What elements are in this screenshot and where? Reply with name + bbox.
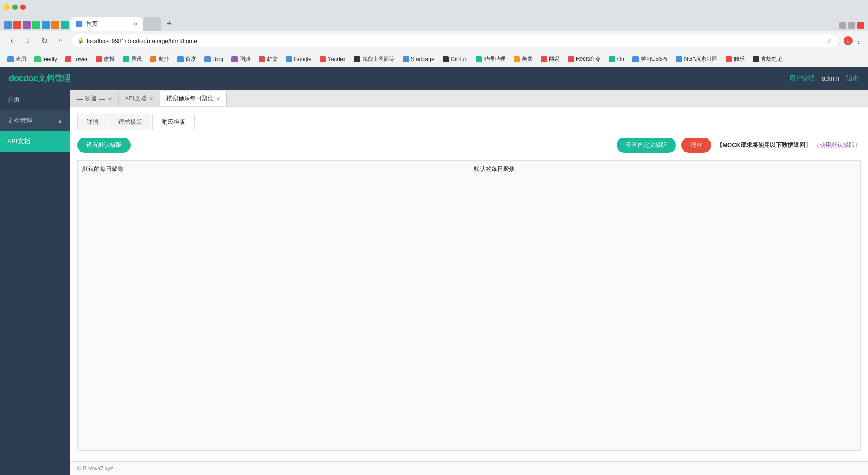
app-footer: © f1ndwh7.xyz: [70, 461, 868, 475]
content-area: == 欢迎 == ✕ API文档 ✕ 模拟触乐每日聚焦 ✕: [70, 90, 868, 475]
window-icon[interactable]: [848, 22, 855, 29]
bookmark-google[interactable]: Google: [282, 55, 315, 64]
bookmark-nga[interactable]: NGA玩家社区: [672, 54, 721, 64]
bookmark-chule[interactable]: 触乐: [722, 54, 748, 64]
sidebar-item-api-doc[interactable]: API文档: [0, 131, 70, 152]
bing-icon: [204, 56, 211, 62]
maximize-btn[interactable]: [12, 4, 18, 10]
apps-icon: [7, 56, 14, 62]
minimize-btn[interactable]: [4, 4, 10, 10]
netease-icon: [541, 56, 547, 62]
sub-tab-response[interactable]: 响应模版: [152, 114, 195, 130]
bookmark-weibo[interactable]: 微博: [92, 54, 118, 64]
mock-info: 【MOCK请求将使用以下数据返回】 （使用默认模版）: [717, 141, 861, 149]
bookmark-yandex[interactable]: Yandex: [316, 55, 349, 64]
sub-tab-detail[interactable]: 详情: [77, 114, 108, 130]
baidu-icon: [177, 56, 184, 62]
bookmark-netease[interactable]: 网易: [537, 54, 563, 64]
browser-ext-icon[interactable]: [61, 21, 69, 29]
set-default-button[interactable]: 设置默认模版: [77, 138, 131, 153]
page-tab-welcome[interactable]: == 欢迎 == ✕: [70, 91, 119, 106]
browser-ext-icon[interactable]: [32, 21, 40, 29]
page-tab-close-welcome[interactable]: ✕: [108, 96, 112, 102]
action-bar: 设置默认模版 设置自定义模版 清空 【MOCK请求将使用以下数据返回】 （使用默…: [77, 138, 861, 153]
sub-tabs: 详情 请求模版 响应模版: [77, 114, 861, 130]
notes-icon: [753, 56, 759, 62]
new-tab-button[interactable]: +: [163, 17, 175, 30]
sidebar-item-home[interactable]: 首页: [0, 90, 70, 110]
right-panel-label: 默认的每日聚焦: [474, 165, 856, 173]
browser-ext-icon[interactable]: [42, 21, 50, 29]
bookmark-feedly[interactable]: feedly: [31, 55, 61, 64]
footer-copyright: © f1ndwh7.xyz: [77, 466, 113, 472]
bookmark-baidu[interactable]: 百度: [174, 54, 200, 64]
nav-user-management[interactable]: 用户管理: [789, 74, 815, 82]
active-browser-tab[interactable]: 首页 ✕: [71, 17, 143, 31]
on-icon: [609, 56, 615, 62]
tencent-icon: [123, 56, 129, 62]
nav-home-button[interactable]: ⌂: [54, 34, 67, 47]
user-avatar[interactable]: U: [844, 36, 853, 45]
app-title: docdoc文档管理: [9, 73, 71, 84]
bookmark-bing[interactable]: Bing: [201, 55, 227, 64]
bookmark-bilibili[interactable]: 哔哩哔哩: [472, 54, 509, 64]
bookmark-dict[interactable]: 词典: [228, 54, 254, 64]
nga-icon: [676, 56, 682, 62]
nav-refresh-button[interactable]: ↻: [38, 34, 51, 47]
nav-forward-button[interactable]: ›: [22, 34, 34, 47]
bookmark-redis[interactable]: Redis命令: [564, 54, 604, 64]
hupa-icon: [150, 56, 156, 62]
nav-back-button[interactable]: ‹: [5, 34, 18, 47]
page-tab-mock[interactable]: 模拟触乐每日聚焦 ✕: [160, 91, 227, 106]
redis-icon: [568, 56, 574, 62]
page-tab-close-mock[interactable]: ✕: [216, 96, 220, 102]
browser-ext-icon[interactable]: [13, 21, 21, 29]
css-icon: [632, 56, 639, 62]
sidebar: 首页 文档管理 ▲ API文档: [0, 90, 70, 475]
bookmark-salary[interactable]: 薪资: [255, 54, 281, 64]
left-panel-label: 默认的每日聚焦: [82, 165, 464, 173]
extensions-icon[interactable]: ⋮: [854, 36, 863, 46]
address-text: localhost:9981/docdoc/manage/html/home: [87, 38, 825, 44]
browser-ext-icon[interactable]: [4, 21, 12, 29]
bookmark-meituan[interactable]: 美团: [510, 54, 536, 64]
bookmark-tower[interactable]: Tower: [61, 55, 91, 64]
sub-tab-request[interactable]: 请求模版: [109, 114, 151, 130]
chule-icon: [726, 56, 732, 62]
dict-icon: [231, 56, 238, 62]
clear-button[interactable]: 清空: [681, 138, 711, 153]
browser-ext-icon[interactable]: [51, 21, 59, 29]
mock-link[interactable]: （使用默认模版）: [814, 141, 861, 149]
salary-icon: [259, 56, 265, 62]
bookmark-startpage[interactable]: Startpage: [399, 55, 438, 64]
google-icon: [286, 56, 292, 62]
tab-close-icon[interactable]: ✕: [133, 21, 137, 27]
page-tab-api[interactable]: API文档 ✕: [119, 91, 160, 106]
browser-ext-icon[interactable]: [23, 21, 31, 29]
bookmark-css[interactable]: 学习CSS布: [629, 54, 672, 64]
active-tab-label: 首页: [86, 20, 98, 28]
page-tab-close-api[interactable]: ✕: [149, 96, 153, 102]
inner-content: 详情 请求模版 响应模版 设置默认模版 设置自定义模版: [70, 107, 868, 461]
bookmark-apps[interactable]: 应用: [4, 54, 30, 64]
tab-favicon: [76, 21, 82, 27]
bookmark-on[interactable]: On: [605, 55, 628, 64]
sidebar-item-doc-management[interactable]: 文档管理 ▲: [0, 110, 70, 131]
address-bar[interactable]: 🔒 localhost:9981/docdoc/manage/html/home…: [71, 34, 840, 48]
bookmark-freenet[interactable]: 免费上网际等: [350, 54, 398, 64]
bookmark-hupa[interactable]: 虎扑: [146, 54, 173, 64]
bookmark-notes[interactable]: 官场笔记: [749, 54, 786, 64]
bookmark-tencent[interactable]: 腾讯: [119, 54, 146, 64]
github-icon: [443, 56, 449, 62]
startpage-icon: [403, 56, 409, 62]
bookmark-github[interactable]: GitHub: [439, 55, 471, 64]
page-tabs: == 欢迎 == ✕ API文档 ✕ 模拟触乐每日聚焦 ✕: [70, 90, 868, 107]
nav-logout[interactable]: 退出: [846, 74, 859, 82]
window-icon[interactable]: [839, 22, 846, 29]
window-close-icon[interactable]: [857, 22, 864, 29]
set-custom-button[interactable]: 设置自定义模版: [617, 138, 676, 153]
close-btn[interactable]: [20, 4, 26, 10]
inactive-browser-tab[interactable]: [143, 17, 161, 31]
bookmark-icon[interactable]: ☆: [825, 37, 833, 45]
meituan-icon: [514, 56, 520, 62]
